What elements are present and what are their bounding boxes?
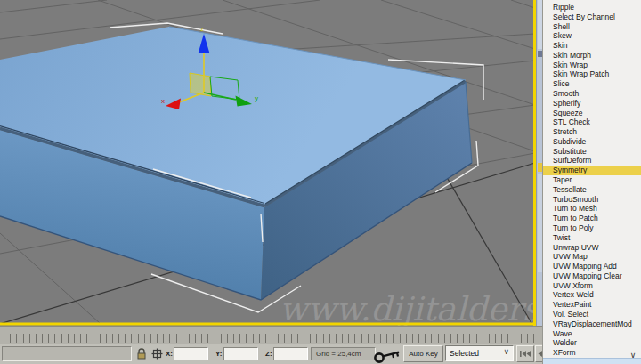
modifier-list-item[interactable]: Slice xyxy=(543,79,641,89)
track-bar-tick xyxy=(125,334,126,343)
modifier-list-item[interactable]: VRayDisplacementMod xyxy=(543,320,641,329)
track-bar-tick xyxy=(463,334,464,343)
track-bar-tick xyxy=(291,334,292,343)
track-bar-tick xyxy=(10,334,11,343)
modifier-list-item[interactable]: TurboSmooth xyxy=(543,195,641,205)
track-bar-tick xyxy=(36,334,37,343)
modifier-list-item[interactable]: Taper xyxy=(543,175,641,185)
modifier-list-partial-row xyxy=(543,358,641,364)
track-bar-tick xyxy=(207,334,208,343)
track-bar-tick xyxy=(68,334,69,343)
track-bar-tick xyxy=(304,334,304,343)
chevron-down-icon: ∨ xyxy=(503,347,509,356)
track-bar-tick xyxy=(246,334,247,343)
track-bar-tick xyxy=(515,334,515,343)
modifier-list-item[interactable]: Turn to Poly xyxy=(543,223,641,233)
modifier-list-item[interactable]: Ripple xyxy=(543,3,641,12)
modifier-list-item[interactable]: Substitute xyxy=(543,147,641,157)
modifier-list-item[interactable]: UVW Mapping Add xyxy=(543,262,641,271)
modifier-list-item[interactable]: Smooth xyxy=(543,89,641,99)
watermark: www.dijitalders xyxy=(280,290,536,326)
track-bar-tick xyxy=(495,334,496,343)
track-bar-tick xyxy=(74,334,75,343)
modifier-list-item[interactable]: Vertex Weld xyxy=(543,290,641,300)
track-bar-tick xyxy=(169,334,170,343)
auto-key-button[interactable]: Auto Key xyxy=(403,345,443,362)
track-bar-tick xyxy=(342,334,343,343)
modifier-list-item[interactable]: VertexPaint xyxy=(543,300,641,310)
modifier-list-item[interactable]: Skin xyxy=(543,41,641,51)
modifier-list-item[interactable]: Tessellate xyxy=(543,185,641,195)
modifier-list-item[interactable]: Skin Wrap xyxy=(543,61,641,70)
track-bar-tick xyxy=(533,334,534,343)
modifier-list-item[interactable]: Skin Wrap Patch xyxy=(543,69,641,79)
track-bar-tick xyxy=(450,334,451,343)
modifier-list-item[interactable]: STL Check xyxy=(543,117,641,127)
modifier-list-item[interactable]: Twist xyxy=(543,233,641,243)
track-bar-tick xyxy=(138,334,139,343)
track-bar-tick xyxy=(527,334,528,343)
modifier-list-item[interactable]: Stretch xyxy=(543,127,641,137)
track-bar-tick xyxy=(29,334,30,343)
modifier-list-item[interactable]: Wave xyxy=(543,329,641,339)
track-bar-tick xyxy=(438,334,439,343)
modifier-list-item[interactable]: Turn to Patch xyxy=(543,214,641,223)
gizmo-y-label: y xyxy=(255,94,258,102)
x-axis-label: X: xyxy=(166,350,173,358)
track-bar-tick xyxy=(144,334,145,343)
track-bar-tick xyxy=(521,334,522,343)
modifier-list-item[interactable]: Squeeze xyxy=(543,109,641,118)
go-to-start-icon xyxy=(517,346,533,361)
track-bar-tick xyxy=(354,334,355,343)
track-bar-tick xyxy=(93,334,93,343)
x-coordinate-input[interactable] xyxy=(174,347,208,360)
track-bar-tick xyxy=(221,334,222,343)
track-bar-tick xyxy=(118,334,119,343)
set-key-button[interactable] xyxy=(371,344,402,364)
modifier-list-item[interactable]: SurfDeform xyxy=(543,156,641,166)
perspective-viewport[interactable]: x y z www.dijitalders xyxy=(0,0,536,326)
modifier-list-item[interactable]: Unwrap UVW xyxy=(543,243,641,253)
key-filter-dropdown[interactable]: Selected ∨ xyxy=(445,345,514,361)
transform-typein-toggle[interactable] xyxy=(150,346,164,361)
modifier-list-item[interactable]: Shell xyxy=(543,22,641,32)
gizmo-x-label: x xyxy=(161,97,165,105)
modifier-list-item[interactable]: Skin Morph xyxy=(543,51,641,61)
modifier-list-item[interactable]: Spherify xyxy=(543,99,641,109)
modifier-list-item[interactable]: UVW Xform xyxy=(543,281,641,291)
modifier-list-item[interactable]: Symmetry xyxy=(543,166,641,175)
track-bar-tick xyxy=(61,334,62,343)
modifier-list-item[interactable]: Select By Channel xyxy=(543,12,641,22)
track-bar-tick xyxy=(259,334,260,343)
modifier-list-item[interactable]: Skew xyxy=(543,31,641,41)
track-bar-tick xyxy=(444,334,445,343)
modifier-list-item[interactable]: XForm xyxy=(543,348,641,358)
track-bar-tick xyxy=(386,334,387,343)
track-bar-tick xyxy=(368,334,369,343)
track-bar-tick xyxy=(284,334,285,343)
selection-lock-button[interactable] xyxy=(134,346,149,361)
modifier-list-item[interactable]: Welder xyxy=(543,338,641,348)
track-bar-tick xyxy=(329,334,330,343)
go-to-start-button[interactable] xyxy=(516,345,534,362)
track-bar-tick xyxy=(215,334,215,343)
track-bar-tick xyxy=(336,334,337,343)
z-coordinate-input[interactable] xyxy=(273,347,308,360)
grid-size-display: Grid = 25,4cm xyxy=(311,347,376,360)
modifier-list-item[interactable]: Turn to Mesh xyxy=(543,204,641,214)
z-axis-label: Z: xyxy=(265,350,272,358)
track-bar-tick xyxy=(233,334,234,343)
track-bar-tick xyxy=(54,334,55,343)
modifier-list-item[interactable]: Vol. Select xyxy=(543,310,641,320)
modifier-list-item[interactable]: Subdivide xyxy=(543,137,641,147)
modifier-list-item[interactable]: UVW Mapping Clear xyxy=(543,271,641,281)
gizmo-xz-plane-handle[interactable] xyxy=(190,73,211,96)
track-bar-tick xyxy=(176,334,177,343)
modifier-list-item[interactable]: UVW Map xyxy=(543,252,641,262)
track-bar-tick xyxy=(393,334,394,343)
y-coordinate-input[interactable] xyxy=(223,347,258,360)
track-bar-tick xyxy=(265,334,266,343)
track-bar[interactable] xyxy=(0,326,543,344)
transform-typein-icon xyxy=(151,348,163,360)
track-bar-tick xyxy=(380,334,381,343)
